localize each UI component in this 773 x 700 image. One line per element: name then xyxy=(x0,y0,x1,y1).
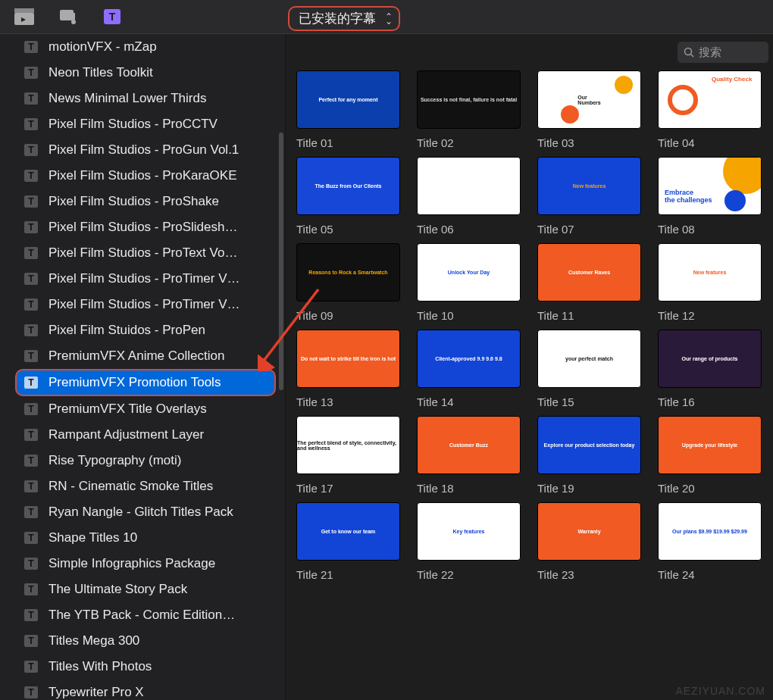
sidebar-item[interactable]: TRN - Cinematic Smoke Titles xyxy=(0,473,285,499)
tile-thumbnail: Our plans $9.99 $19.99 $29.99 xyxy=(658,502,762,561)
title-tile[interactable]: Perfect for any momentTitle 01 xyxy=(296,70,400,149)
sidebar-item[interactable]: TPremiumVFX Promotion Tools xyxy=(15,369,276,396)
title-tile[interactable]: New featuresTitle 12 xyxy=(658,243,762,322)
title-tile[interactable]: OurNumbersTitle 03 xyxy=(537,70,641,149)
tile-label: Title 06 xyxy=(417,223,521,236)
sidebar-item-label: Pixel Film Studios - ProSlidesh… xyxy=(49,220,271,235)
grid-row: Perfect for any momentTitle 01Success is… xyxy=(296,70,773,149)
sidebar-item[interactable]: TPixel Film Studios - ProGun Vol.1 xyxy=(0,137,285,163)
tile-label: Title 13 xyxy=(296,395,400,408)
tile-label: Title 20 xyxy=(658,482,762,495)
title-category-icon: T xyxy=(24,661,38,673)
sidebar-item[interactable]: TPixel Film Studios - ProTimer V… xyxy=(0,266,285,292)
title-tile[interactable]: The perfect blend of style, connectivity… xyxy=(296,416,400,495)
tile-thumbnail: OurNumbers xyxy=(537,70,641,129)
tile-label: Title 14 xyxy=(417,395,521,408)
tile-label: Title 07 xyxy=(537,223,641,236)
search-icon xyxy=(684,47,694,58)
title-tile[interactable]: Unlock Your DayTitle 10 xyxy=(417,243,521,322)
title-tile[interactable]: Success is not final, failure is not fat… xyxy=(417,70,521,149)
sidebar-item[interactable]: TPixel Film Studios - ProShake xyxy=(0,189,285,214)
sidebar-item[interactable]: TRise Typography (moti) xyxy=(0,448,285,473)
title-category-icon: T xyxy=(24,118,38,130)
sidebar-item-label: PremiumVFX Anime Collection xyxy=(49,348,271,364)
sidebar-item-label: Pixel Film Studios - ProKaraOKE xyxy=(49,168,271,183)
titles-grid: Perfect for any momentTitle 01Success is… xyxy=(286,70,773,700)
sidebar-item[interactable]: TTitles With Photos xyxy=(0,654,285,680)
watermark: AEZIYUAN.COM xyxy=(675,685,765,697)
sidebar-item[interactable]: TPixel Film Studios - ProCCTV xyxy=(0,111,285,137)
sidebar-item[interactable]: TShape Titles 10 xyxy=(0,525,285,551)
search-input[interactable]: 搜索 xyxy=(678,42,768,63)
title-tile[interactable]: Title 06 xyxy=(417,157,521,236)
sidebar-item[interactable]: TRampant Adjustment Layer xyxy=(0,422,285,448)
title-tile[interactable]: Customer BuzzTitle 18 xyxy=(417,416,521,495)
sidebar-item[interactable]: TTitles Mega 300 xyxy=(0,628,285,654)
sidebar-item[interactable]: TPremiumVFX Title Overlays xyxy=(0,396,285,422)
title-tile[interactable]: Embracethe challengesTitle 08 xyxy=(658,157,762,236)
title-tile[interactable]: Reasons to Rock a SmartwatchTitle 09 xyxy=(296,243,400,322)
title-tile[interactable]: Quality CheckTitle 04 xyxy=(658,70,762,149)
sidebar-item[interactable]: TPixel Film Studios - ProKaraOKE xyxy=(0,163,285,189)
title-tile[interactable]: Key featuresTitle 22 xyxy=(417,502,521,581)
sidebar-item-label: Titles With Photos xyxy=(49,659,271,674)
sidebar-item-label: Simple Infographics Package xyxy=(49,556,271,571)
title-tile[interactable]: WarrantyTitle 23 xyxy=(537,502,641,581)
tile-thumbnail: Embracethe challenges xyxy=(658,157,762,215)
title-tile[interactable]: Get to know our teamTitle 21 xyxy=(296,502,400,581)
topbar: T 已安装的字幕 ⌃⌄ xyxy=(0,0,773,34)
tile-label: Title 04 xyxy=(658,136,762,149)
title-tile[interactable]: The Buzz from Our ClientsTitle 05 xyxy=(296,157,400,236)
sidebar-item[interactable]: TPixel Film Studios - ProSlidesh… xyxy=(0,214,285,240)
media-clapper-icon[interactable] xyxy=(14,6,35,27)
tile-label: Title 23 xyxy=(537,568,641,581)
title-tile[interactable]: Explore our product selection todayTitle… xyxy=(537,416,641,495)
tile-thumbnail: New features xyxy=(537,157,641,215)
sidebar-item-label: Shape Titles 10 xyxy=(49,530,271,545)
tile-thumbnail: Customer Raves xyxy=(537,243,641,302)
tile-thumbnail: Reasons to Rock a Smartwatch xyxy=(296,243,400,302)
title-category-icon: T xyxy=(24,377,38,389)
title-tile[interactable]: your perfect matchTitle 15 xyxy=(537,330,641,408)
installed-titles-dropdown[interactable]: 已安装的字幕 ⌃⌄ xyxy=(288,6,400,31)
title-tile[interactable]: New featuresTitle 07 xyxy=(537,157,641,236)
title-category-icon: T xyxy=(24,583,38,595)
titles-browser-icon[interactable]: T xyxy=(102,6,123,27)
search-placeholder: 搜索 xyxy=(699,45,721,60)
title-tile[interactable]: Do not wait to strike till the iron is h… xyxy=(296,330,400,408)
dropdown-label: 已安装的字幕 xyxy=(299,11,376,26)
sidebar-item[interactable]: TmotionVFX - mZap xyxy=(0,34,285,60)
title-category-icon: T xyxy=(24,403,38,415)
tile-thumbnail: Unlock Your Day xyxy=(417,243,521,302)
main: TmotionVFX - mZapTNeon Titles ToolkitTNe… xyxy=(0,34,773,700)
title-tile[interactable]: Our plans $9.99 $19.99 $29.99Title 24 xyxy=(658,502,762,581)
audio-note-icon[interactable] xyxy=(58,6,79,27)
sidebar-item[interactable]: TNeon Titles Toolkit xyxy=(0,60,285,86)
sidebar-item[interactable]: TNews Minimal Lower Thirds xyxy=(0,86,285,111)
grid-row: Do not wait to strike till the iron is h… xyxy=(296,330,773,408)
sidebar-item[interactable]: TRyan Nangle - Glitch Titles Pack xyxy=(0,499,285,525)
sidebar-item[interactable]: TPixel Film Studios - ProTimer V… xyxy=(0,292,285,317)
sidebar-item[interactable]: TPixel Film Stuidos - ProPen xyxy=(0,317,285,343)
title-category-icon: T xyxy=(24,170,38,182)
title-tile[interactable]: Customer RavesTitle 11 xyxy=(537,243,641,322)
title-tile[interactable]: Client-approved 9.9 9.6 9.8Title 14 xyxy=(417,330,521,408)
grid-row: The perfect blend of style, connectivity… xyxy=(296,416,773,495)
sidebar-item[interactable]: TThe YTB Pack - Comic Edition… xyxy=(0,602,285,628)
scrollbar-thumb[interactable] xyxy=(279,133,283,390)
sidebar-item[interactable]: TTypewriter Pro X xyxy=(0,680,285,700)
title-category-icon: T xyxy=(24,273,38,285)
tile-thumbnail: Explore our product selection today xyxy=(537,416,641,474)
title-tile[interactable]: Our range of productsTitle 16 xyxy=(658,330,762,408)
sidebar-item[interactable]: TPremiumVFX Anime Collection xyxy=(0,343,285,369)
sidebar-item[interactable]: TPixel Film Studios - ProText Vo… xyxy=(0,240,285,266)
title-category-icon: T xyxy=(24,609,38,621)
title-category-icon: T xyxy=(24,480,38,492)
sidebar-item[interactable]: TThe Ultimate Story Pack xyxy=(0,577,285,602)
tile-thumbnail: Quality Check xyxy=(658,70,762,129)
title-tile[interactable]: Upgrade your lifestyleTitle 20 xyxy=(658,416,762,495)
grid-row: The Buzz from Our ClientsTitle 05Title 0… xyxy=(296,157,773,236)
tile-thumbnail: Our range of products xyxy=(658,330,762,388)
sidebar-item[interactable]: TSimple Infographics Package xyxy=(0,551,285,577)
sidebar-item-label: Pixel Film Studios - ProGun Vol.1 xyxy=(49,142,271,158)
